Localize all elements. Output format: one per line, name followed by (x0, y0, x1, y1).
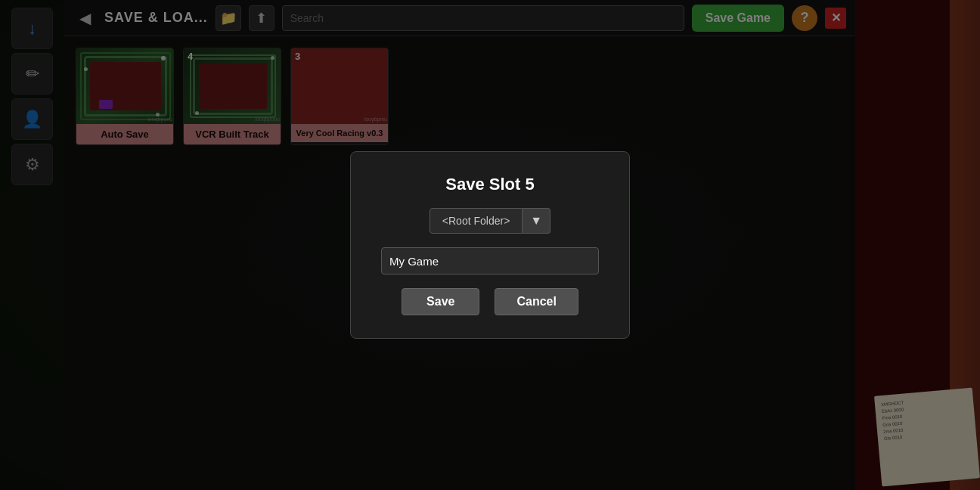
modal-save-button[interactable]: Save (402, 288, 479, 315)
chevron-down-icon: ▼ (530, 214, 542, 228)
save-slot-modal: Save Slot 5 <Root Folder> ▼ Save Cancel (350, 151, 630, 339)
save-name-input[interactable] (381, 247, 599, 274)
folder-chevron-button[interactable]: ▼ (523, 208, 550, 234)
folder-select-button[interactable]: <Root Folder> (430, 208, 523, 234)
modal-overlay: Save Slot 5 <Root Folder> ▼ Save Cancel (0, 0, 980, 490)
folder-select-container: <Root Folder> ▼ (381, 208, 599, 234)
modal-cancel-button[interactable]: Cancel (495, 288, 578, 315)
modal-title: Save Slot 5 (445, 175, 534, 194)
modal-buttons: Save Cancel (402, 288, 578, 315)
